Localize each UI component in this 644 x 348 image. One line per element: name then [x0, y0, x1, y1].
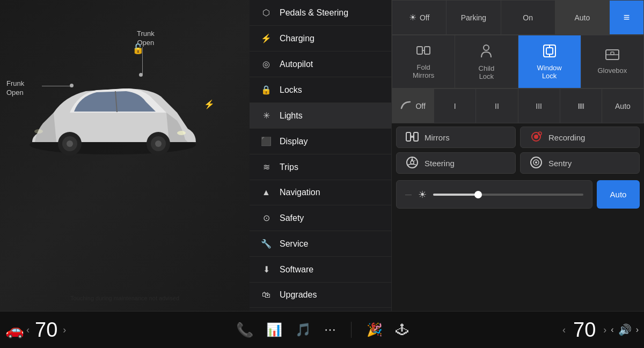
mirrors-icon — [405, 131, 419, 144]
wiper-off-icon — [400, 101, 412, 111]
music-icon[interactable]: 📊 — [266, 322, 282, 337]
svg-rect-21 — [406, 132, 411, 141]
taskbar-center: 📞 📊 🎵 ⋯ 🎉 🕹 — [113, 322, 531, 338]
svg-point-13 — [484, 45, 489, 50]
brightness-fill — [433, 194, 478, 196]
sidebar-item-service[interactable]: 🔧 Service — [250, 231, 391, 257]
lights-on-label: On — [523, 13, 533, 22]
wiper-speed-3-button[interactable]: III — [518, 88, 560, 123]
wiper-auto-button[interactable]: Auto — [602, 88, 644, 123]
svg-rect-15 — [546, 48, 553, 54]
sidebar-item-safety[interactable]: ⊙ Safety — [250, 205, 391, 231]
joystick-icon[interactable]: 🕹 — [396, 322, 408, 337]
mirrors-button[interactable]: Mirrors — [396, 127, 516, 148]
lights-list-button[interactable]: ≡ — [609, 0, 644, 35]
svg-point-33 — [535, 161, 537, 164]
glovebox-button[interactable]: Glovebox — [581, 35, 644, 88]
phone-icon[interactable]: 📞 — [236, 322, 253, 338]
sidebar-item-software-label: Software — [280, 265, 313, 275]
brightness-slider[interactable]: — ☀ — [396, 180, 592, 209]
lights-auto-button[interactable]: Auto — [555, 0, 609, 35]
brightness-track[interactable] — [433, 194, 583, 196]
brightness-thumb[interactable] — [474, 191, 482, 198]
wiper-speed-4-label: IIII — [577, 102, 584, 110]
upgrades-icon: 🛍 — [260, 290, 272, 300]
car-illustration — [16, 59, 209, 166]
brightness-sun-icon: ☀ — [418, 189, 427, 201]
sidebar-item-lights[interactable]: ✳ Lights — [250, 103, 391, 129]
svg-rect-11 — [425, 47, 430, 54]
sidebar-item-pedals-steering[interactable]: ⬡ Pedals & Steering — [250, 0, 391, 26]
sidebar-item-locks-label: Locks — [280, 85, 302, 95]
safety-icon: ⊙ — [260, 213, 272, 223]
fold-mirrors-button[interactable]: FoldMirrors — [392, 35, 455, 88]
taskbar-divider — [351, 322, 352, 338]
taskbar: 🚗 ‹ 70 › 📞 📊 🎵 ⋯ 🎉 🕹 ‹ 70 › ‹ 🔊 › — [0, 311, 644, 348]
wiper-speed-1-button[interactable]: I — [434, 88, 475, 123]
speed-left-prev-arrow[interactable]: ‹ — [26, 324, 30, 336]
wiper-speed-2-label: II — [495, 102, 499, 110]
party-icon[interactable]: 🎉 — [367, 322, 383, 337]
steering-button[interactable]: Steering — [396, 152, 516, 174]
sidebar-item-upgrades[interactable]: 🛍 Upgrades — [250, 283, 391, 308]
charging-indicator: ⚡ — [204, 99, 215, 109]
lights-list-icon: ≡ — [624, 11, 630, 24]
volume-icon[interactable]: 🔊 — [618, 323, 632, 336]
wiper-speed-2-button[interactable]: II — [475, 88, 517, 123]
svg-point-8 — [177, 131, 186, 135]
display-icon: ⬛ — [260, 136, 272, 146]
more-icon[interactable]: ⋯ — [324, 323, 336, 337]
sentry-label: Sentry — [548, 159, 572, 168]
sidebar-item-software[interactable]: ⬇ Software — [250, 257, 391, 283]
sidebar-item-pedals-steering-label: Pedals & Steering — [280, 8, 348, 18]
sentry-button[interactable]: Sentry — [520, 152, 640, 174]
light-mode-row: ☀ Off Parking On Auto ≡ — [392, 0, 644, 35]
camera-icon[interactable]: 🎵 — [295, 322, 311, 337]
charging-icon: ⚡ — [260, 33, 272, 43]
speed-right-next-arrow[interactable]: › — [603, 324, 606, 336]
svg-rect-22 — [414, 132, 418, 141]
lock-icon-car: 🔓 — [132, 43, 144, 55]
volume-left-arrow[interactable]: ‹ — [611, 325, 613, 335]
lights-parking-label: Parking — [461, 13, 486, 22]
brightness-auto-button[interactable]: Auto — [597, 180, 640, 209]
sidebar-item-trips[interactable]: ≋ Trips — [250, 154, 391, 180]
car-view: Trunk Open 🔓 Frunk Open — [0, 0, 250, 311]
sidebar-item-autopilot-label: Autopilot — [280, 60, 313, 69]
child-lock-label: ChildLock — [479, 64, 495, 80]
lock-buttons-row: FoldMirrors ChildLock WindowLock Glovebo… — [392, 35, 644, 88]
child-lock-button[interactable]: ChildLock — [455, 35, 517, 88]
locks-icon: 🔒 — [260, 85, 272, 95]
grid-buttons-row: Mirrors Steering Recording — [392, 123, 644, 177]
lights-auto-label: Auto — [574, 13, 590, 22]
sidebar-item-lights-label: Lights — [280, 111, 303, 121]
lights-off-button[interactable]: ☀ Off — [392, 0, 446, 35]
wiper-off-button[interactable]: Off — [392, 88, 434, 123]
window-lock-button[interactable]: WindowLock — [518, 35, 581, 88]
svg-point-4 — [67, 140, 73, 147]
wiper-speed-1-label: I — [454, 102, 456, 110]
sidebar-item-trips-label: Trips — [280, 162, 298, 172]
svg-point-7 — [155, 140, 162, 147]
sidebar-item-display[interactable]: ⬛ Display — [250, 129, 391, 154]
sidebar-item-navigation[interactable]: ▲ Navigation — [250, 180, 391, 205]
trips-icon: ≋ — [260, 162, 272, 172]
wiper-speed-4-button[interactable]: IIII — [560, 88, 602, 123]
glovebox-icon — [605, 49, 620, 62]
recording-button[interactable]: Recording — [520, 127, 640, 148]
right-panel: ☀ Off Parking On Auto ≡ FoldMirrors — [392, 0, 644, 311]
speed-right-prev-arrow[interactable]: ‹ — [562, 324, 566, 336]
sidebar-item-locks[interactable]: 🔒 Locks — [250, 77, 391, 103]
svg-point-29 — [534, 135, 538, 139]
lights-parking-button[interactable]: Parking — [446, 0, 500, 35]
sidebar-item-autopilot[interactable]: ◎ Autopilot — [250, 51, 391, 77]
sidebar-item-safety-label: Safety — [280, 213, 304, 223]
sidebar-item-charging[interactable]: ⚡ Charging — [250, 26, 391, 51]
car-icon[interactable]: 🚗 — [5, 321, 24, 339]
speed-left-next-arrow[interactable]: › — [63, 324, 66, 336]
left-speed-display: 70 — [35, 319, 57, 342]
volume-right-arrow[interactable]: › — [636, 325, 639, 335]
lights-on-button[interactable]: On — [501, 0, 555, 35]
lights-off-icon: ☀ — [409, 12, 416, 23]
mirrors-label: Mirrors — [425, 133, 450, 142]
